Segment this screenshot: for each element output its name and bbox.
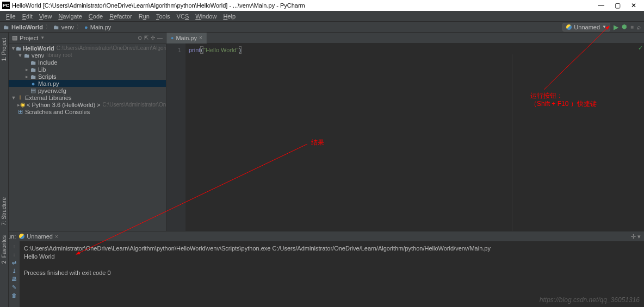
tree-external-libraries[interactable]: ▼⫴ External Libraries — [9, 94, 166, 101]
scroll-from-source-icon[interactable]: ⊙ — [138, 35, 142, 41]
run-configuration-dropdown[interactable]: Unnamed ▼ — [562, 23, 610, 32]
menu-help[interactable]: Help — [220, 12, 238, 21]
tree-scratches[interactable]: ⊞ Scratches and Consoles — [9, 108, 166, 115]
favorites-tool-tab[interactable]: 2: Favorites — [1, 233, 8, 266]
watermark-text: https://blog.csdn.net/qq_36051316 — [540, 296, 640, 304]
menu-window[interactable]: Window — [193, 12, 219, 21]
close-button[interactable]: ✕ — [626, 2, 642, 9]
dropdown-icon: ▼ — [602, 24, 606, 29]
trash-icon[interactable]: 🗑 — [11, 292, 17, 298]
run-config-name: Unnamed — [27, 233, 53, 240]
breadcrumb-project[interactable]: HelloWorld — [11, 24, 43, 30]
tree-python-sdk[interactable]: ▸◉ < Python 3.6 (HelloWorld) > C:\Users\… — [9, 101, 166, 108]
folder-icon: 🖿 — [3, 24, 9, 30]
editor-area: ● Main.py × 1 print("Hello World") ✓ — [166, 33, 644, 231]
line-gutter: 1 — [166, 43, 185, 231]
menu-refactor[interactable]: Refactor — [107, 12, 135, 21]
close-run-tab-icon[interactable]: × — [55, 234, 58, 240]
project-tool-tab[interactable]: 1: Project — [1, 35, 8, 64]
folder-icon: 🖿 — [53, 24, 59, 30]
hide-panel-icon[interactable]: — — [157, 35, 163, 41]
code-editor[interactable]: 1 print("Hello World") ✓ — [166, 43, 644, 231]
menu-view[interactable]: View — [36, 12, 55, 21]
minimize-button[interactable]: — — [593, 2, 609, 9]
python-file-icon: ● — [84, 24, 88, 30]
editor-tab-bar: ● Main.py × — [166, 33, 644, 43]
stop-button[interactable]: ■ — [630, 24, 634, 30]
print-icon[interactable]: 🖶 — [11, 276, 17, 282]
breadcrumb-file[interactable]: Main.py — [90, 24, 112, 30]
menu-navigate[interactable]: Navigate — [55, 12, 84, 21]
soft-wrap-icon[interactable]: ⇄ — [12, 260, 16, 266]
clear-icon[interactable]: ✎ — [12, 284, 16, 290]
project-panel-title: Project — [20, 35, 38, 41]
tree-venv[interactable]: ▼🖿 venv library root — [9, 52, 166, 59]
project-tool-window: ▤ Project ▼ ⊙ ⇱ ✢ — ▼🖿 HelloWorld C:\Use… — [9, 33, 166, 231]
tree-lib[interactable]: ▸🖿 Lib — [9, 66, 166, 73]
title-bar: PC HelloWorld [C:\Users\Administrator\On… — [0, 0, 644, 11]
menu-vcs[interactable]: VCS — [174, 12, 192, 21]
navigation-bar: 🖿 HelloWorld 〉 🖿 venv 〉 ● Main.py Unname… — [0, 22, 644, 33]
breadcrumb-folder[interactable]: venv — [61, 24, 74, 30]
python-icon — [19, 234, 24, 239]
close-tab-icon[interactable]: × — [199, 35, 202, 41]
project-tree[interactable]: ▼🖿 HelloWorld C:\Users\Administrator\One… — [9, 43, 166, 116]
project-panel-icon: ▤ — [12, 34, 17, 41]
up-icon[interactable]: ↑ — [13, 243, 16, 249]
python-file-icon: ● — [171, 35, 174, 41]
tree-pyvenv-cfg[interactable]: ▤ pyvenv.cfg — [9, 87, 166, 94]
run-tool-window: Run: Unnamed × ✢ ▾ ▶ ❚❚ ■ ★ ↑ ↓ ⇄ ⤓ 🖶 ✎ … — [0, 231, 644, 307]
left-rail-bottom: 2: Favorites — [0, 231, 9, 307]
search-everywhere-button[interactable]: ⌕ — [637, 23, 641, 31]
run-config-name: Unnamed — [574, 24, 600, 30]
menu-tools[interactable]: Tools — [153, 12, 173, 21]
code-content[interactable]: print("Hello World") — [185, 43, 644, 231]
scroll-to-end-icon[interactable]: ⤓ — [12, 268, 16, 274]
editor-tab-main-py[interactable]: ● Main.py × — [166, 33, 207, 43]
maximize-button[interactable]: ▢ — [609, 2, 626, 9]
structure-tool-tab[interactable]: 7: Structure — [1, 194, 8, 229]
tree-scripts[interactable]: ▸🖿 Scripts — [9, 73, 166, 80]
window-title: HelloWorld [C:\Users\Administrator\OneDr… — [12, 2, 305, 9]
menu-edit[interactable]: Edit — [20, 12, 35, 21]
menu-run[interactable]: Run — [136, 12, 152, 21]
down-icon[interactable]: ↓ — [13, 252, 16, 258]
run-settings-gear-icon[interactable]: ✢ ▾ — [631, 233, 641, 240]
python-icon — [566, 24, 572, 30]
tree-include[interactable]: 🖿 Include — [9, 59, 166, 66]
menu-bar: File Edit View Navigate Code Refactor Ru… — [0, 11, 644, 22]
run-toolbar-mid: ↑ ↓ ⇄ ⤓ 🖶 ✎ 🗑 — [9, 241, 20, 307]
editor-tab-label: Main.py — [176, 35, 197, 41]
menu-file[interactable]: File — [3, 12, 18, 21]
run-button[interactable]: ▶ — [614, 23, 618, 31]
menu-code[interactable]: Code — [86, 12, 106, 21]
settings-gear-icon[interactable]: ✢ — [151, 35, 155, 41]
checkmark-icon: ✓ — [638, 45, 643, 52]
collapse-all-icon[interactable]: ⇱ — [144, 35, 148, 41]
debug-button[interactable]: ⬢ — [622, 23, 627, 30]
pycharm-logo-icon: PC — [2, 2, 10, 9]
tree-main-py[interactable]: ● Main.py — [9, 80, 166, 87]
tree-root[interactable]: ▼🖿 HelloWorld C:\Users\Administrator\One… — [9, 45, 166, 52]
